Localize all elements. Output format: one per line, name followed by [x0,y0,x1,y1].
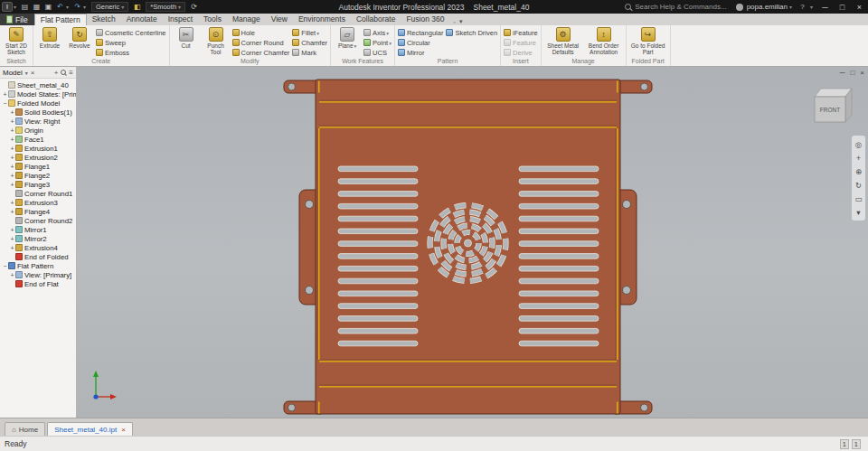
doc-minimize-icon[interactable]: ─ [840,69,845,77]
tree-expander-icon[interactable]: + [9,245,15,251]
tree-item-flange1[interactable]: +Flange1 [0,162,76,171]
tree-item-origin[interactable]: +Origin [0,126,76,135]
user-menu-caret-icon[interactable]: ▾ [789,4,795,10]
tree-expander-icon[interactable]: + [2,91,8,98]
browser-close-icon[interactable]: × [31,69,35,77]
browser-title[interactable]: Model [3,69,23,77]
ribbon-appearance-icon[interactable]: ◦ [453,19,455,25]
group-label-folded-part[interactable]: Folded Part [627,57,670,66]
mirror-button[interactable]: Mirror [398,48,443,57]
tree-expander-icon[interactable]: + [9,236,15,242]
tree-item-sheet-metal-40[interactable]: Sheet_metal_40 [0,80,76,89]
tree-expander-icon[interactable]: + [9,127,15,134]
tree-item-view-primary[interactable]: +View: [Primary] [0,270,76,279]
tree-expander-icon[interactable]: + [9,200,15,206]
group-label-create[interactable]: Create [33,57,169,66]
go-to-folded-part-button[interactable]: ↪ Go to Folded Part [629,27,667,56]
tree-item-corner-round2[interactable]: Corner Round2 [0,216,76,225]
tab-inspect[interactable]: Inspect [163,14,198,25]
bend-order-annotation-button[interactable]: ↕ Bend Order Annotation [585,27,623,56]
cut-button[interactable]: ✂ Cut [173,27,200,49]
appearance-icon[interactable]: ◧ [131,1,143,13]
point-button[interactable]: Point [363,38,392,47]
ucs-button[interactable]: UCS [363,48,392,57]
ribbon-collapse-caret-icon[interactable]: ▾ [459,18,463,25]
tree-expander-icon[interactable]: + [9,173,15,179]
tree-item-mirror1[interactable]: +Mirror1 [0,225,76,234]
minimize-button[interactable]: ─ [817,0,833,14]
tree-item-mirror2[interactable]: +Mirror2 [0,234,76,243]
appearance-dropdown[interactable]: *Smooth ▾ [146,2,185,12]
open-icon[interactable]: ▦ [31,1,42,13]
tree-expander-icon[interactable]: + [9,227,15,233]
group-label-insert[interactable]: Insert [501,57,541,66]
emboss-button[interactable]: Emboss [96,48,166,57]
save-icon[interactable]: ▣ [42,1,54,13]
navbar-more-caret-icon[interactable]: ▾ [854,207,863,217]
corner-round-button[interactable]: Corner Round [232,38,290,47]
cosmetic-centerline-button[interactable]: Cosmetic Centerline [96,28,166,37]
tree-item-flange4[interactable]: +Flange4 [0,207,76,216]
chamfer-button[interactable]: Chamfer [292,38,327,47]
tree-item-model-states-primary[interactable]: +Model States: [Primary] [0,89,76,99]
tree-item-extrusion3[interactable]: +Extrusion3 [0,198,76,207]
doc-close-icon[interactable]: × [860,69,864,77]
tab-environments[interactable]: Environments [293,14,351,25]
tree-item-corner-round1[interactable]: Corner Round1 [0,189,76,198]
fillet-button[interactable]: Fillet [292,28,327,37]
revolve-button[interactable]: ↻ Revolve [66,27,93,49]
tree-item-flange3[interactable]: +Flange3 [0,180,76,189]
help-search-input[interactable]: Search Help & Commands... [635,3,726,11]
axis-button[interactable]: Axis [363,28,392,37]
viewcube[interactable]: FRONT [810,87,855,127]
tree-item-flange2[interactable]: +Flange2 [0,171,76,180]
tree-item-extrusion1[interactable]: +Extrusion1 [0,144,76,153]
doc-tab-close-icon[interactable]: × [121,426,126,434]
sheet-metal-defaults-button[interactable]: ⚙ Sheet Metal Defaults [544,27,582,56]
help-icon[interactable]: ? [797,1,808,13]
tree-item-flat-pattern[interactable]: −Flat Pattern [0,261,76,270]
tab-tools[interactable]: Tools [198,14,227,25]
mark-button[interactable]: Mark [292,48,327,57]
rectangular-pattern-button[interactable]: Rectangular [398,28,443,37]
pan-icon[interactable]: + [854,153,863,163]
tab-sketch[interactable]: Sketch [87,14,121,25]
circular-pattern-button[interactable]: Circular [398,38,443,47]
browser-filter-icon[interactable]: ≡ [69,69,73,77]
refresh-icon[interactable]: ⟳ [188,1,200,13]
ifeature-button[interactable]: iFeature [504,28,538,37]
tree-item-folded-model[interactable]: −Folded Model [0,99,76,108]
tree-expander-icon[interactable]: + [9,182,15,188]
help-caret-icon[interactable]: ▾ [810,4,816,10]
corner-chamfer-button[interactable]: Corner Chamfer [232,48,290,57]
group-label-pattern[interactable]: Pattern [395,57,500,66]
tree-expander-icon[interactable]: − [2,263,8,269]
hole-button[interactable]: Hole [232,28,290,37]
browser-caret-icon[interactable]: ▾ [25,70,28,76]
tree-item-face1[interactable]: +Face1 [0,135,76,144]
browser-search-icon[interactable] [61,70,66,75]
tree-item-extrusion2[interactable]: +Extrusion2 [0,153,76,162]
tab-annotate[interactable]: Annotate [121,14,163,25]
tree-expander-icon[interactable]: + [9,155,15,161]
orbit-icon[interactable]: ↻ [854,180,863,190]
viewport[interactable]: ─ □ × FRONT ◎ + ⊕ ↻ ▭ ▾ [77,67,868,418]
tree-item-end-of-folded[interactable]: End of Folded [0,252,76,261]
doc-restore-icon[interactable]: □ [850,69,854,77]
tab-view[interactable]: View [266,14,293,25]
tab-fusion-360[interactable]: Fusion 360 [401,14,449,25]
group-label-sketch[interactable]: Sketch [0,57,33,66]
redo-caret-icon[interactable]: ▾ [83,4,89,10]
tab-collaborate[interactable]: Collaborate [351,14,401,25]
extrude-button[interactable]: ⇧ Extrude [36,27,63,49]
tree-expander-icon[interactable]: − [2,100,8,107]
tree-expander-icon[interactable]: + [9,164,15,170]
sweep-button[interactable]: Sweep [96,38,166,47]
group-label-manage[interactable]: Manage [542,57,626,66]
zoom-icon[interactable]: ⊕ [854,166,863,176]
sketch-driven-button[interactable]: Sketch Driven [446,28,497,37]
look-at-icon[interactable]: ▭ [854,193,863,203]
tree-expander-icon[interactable]: + [9,146,15,152]
plane-button[interactable]: ▱ Plane [334,27,361,49]
browser-add-icon[interactable]: + [54,69,59,77]
